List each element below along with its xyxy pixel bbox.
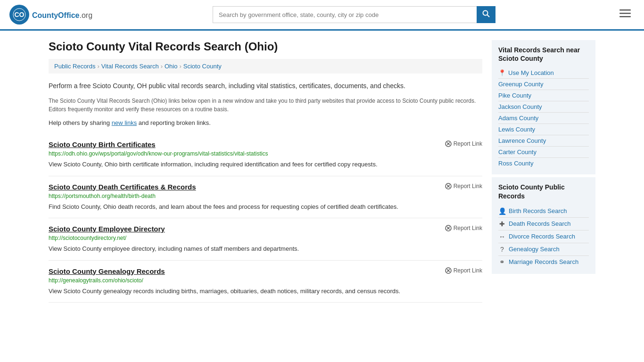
result-header-2: Scioto County Employee Directory Report …: [49, 225, 482, 233]
help-text: Help others by sharing new links and rep…: [49, 119, 482, 126]
ring-icon: ⚭: [498, 258, 506, 266]
search-button[interactable]: [477, 6, 495, 23]
svg-text:CO: CO: [15, 11, 25, 18]
arrows-icon: ↔: [498, 233, 506, 240]
logo-icon: CO: [9, 5, 29, 25]
nearby-link-6[interactable]: Carter County: [498, 147, 589, 158]
use-my-location[interactable]: 📍 Use My Location: [498, 67, 589, 79]
nearby-link-3[interactable]: Adams County: [498, 113, 589, 124]
results-list: Scioto County Birth Certificates Report …: [49, 134, 482, 303]
logo[interactable]: CO CountyOffice.org: [9, 5, 92, 25]
menu-button[interactable]: [616, 6, 635, 24]
page-title: Scioto County Vital Records Search (Ohio…: [49, 40, 482, 53]
public-records-title: Scioto County Public Records: [498, 183, 589, 200]
secondary-description: The Scioto County Vital Records Search (…: [49, 97, 482, 114]
public-record-link-0[interactable]: 👤Birth Records Search: [498, 205, 589, 218]
result-header-3: Scioto County Genealogy Records Report L…: [49, 267, 482, 275]
result-url-2[interactable]: http://sciotocountydirectory.net/: [49, 235, 482, 241]
result-item: Scioto County Genealogy Records Report L…: [49, 261, 482, 303]
new-links[interactable]: new links: [112, 119, 137, 126]
pin-icon: 📍: [498, 69, 506, 76]
result-header-1: Scioto County Death Certificates & Recor…: [49, 183, 482, 191]
svg-rect-6: [619, 16, 631, 17]
nearby-links-container: Greenup CountyPike CountyJackson CountyA…: [498, 79, 589, 169]
breadcrumb-ohio[interactable]: Ohio: [165, 63, 177, 70]
nearby-link-1[interactable]: Pike County: [498, 90, 589, 101]
result-title-0[interactable]: Scioto County Birth Certificates: [49, 140, 156, 148]
breadcrumb-scioto[interactable]: Scioto County: [183, 63, 222, 70]
site-header: CO CountyOffice.org: [0, 0, 644, 31]
logo-text: CountyOffice.org: [32, 9, 92, 20]
breadcrumb-public-records[interactable]: Public Records: [54, 63, 95, 70]
public-record-link-3[interactable]: ?Genealogy Search: [498, 243, 589, 256]
report-link-3[interactable]: Report Link: [445, 267, 482, 274]
question-icon: ?: [498, 246, 506, 253]
search-input[interactable]: [213, 6, 477, 23]
result-desc-2: View Scioto County employee directory, i…: [49, 244, 482, 254]
main-container: Scioto County Vital Records Search (Ohio…: [39, 31, 605, 312]
result-item: Scioto County Birth Certificates Report …: [49, 134, 482, 176]
main-description: Perform a free Scioto County, OH public …: [49, 81, 482, 91]
nearby-link-0[interactable]: Greenup County: [498, 79, 589, 90]
result-desc-1: Find Scioto County, Ohio death records, …: [49, 202, 482, 212]
nearby-title: Vital Records Search near Scioto County: [498, 46, 589, 63]
svg-line-3: [487, 15, 489, 17]
result-title-3[interactable]: Scioto County Genealogy Records: [49, 267, 165, 275]
nearby-section: Vital Records Search near Scioto County …: [492, 40, 595, 174]
nearby-link-5[interactable]: Lawrence County: [498, 135, 589, 147]
public-records-links: 👤Birth Records Search✚Death Records Sear…: [498, 205, 589, 268]
public-record-link-2[interactable]: ↔Divorce Records Search: [498, 230, 589, 243]
breadcrumb: Public Records › Vital Records Search › …: [49, 59, 482, 74]
public-records-section: Scioto County Public Records 👤Birth Reco…: [492, 177, 595, 273]
result-header-0: Scioto County Birth Certificates Report …: [49, 140, 482, 148]
result-url-1[interactable]: https://portsmouthoh.org/health/birth-de…: [49, 193, 482, 199]
result-title-1[interactable]: Scioto County Death Certificates & Recor…: [49, 183, 196, 191]
report-link-0[interactable]: Report Link: [445, 140, 482, 147]
svg-rect-5: [619, 13, 631, 14]
cross-icon: ✚: [498, 220, 506, 228]
person-icon: 👤: [498, 207, 506, 215]
result-item: Scioto County Employee Directory Report …: [49, 218, 482, 261]
report-link-2[interactable]: Report Link: [445, 225, 482, 231]
nearby-link-2[interactable]: Jackson County: [498, 101, 589, 113]
report-icon-2: [445, 225, 452, 231]
result-item: Scioto County Death Certificates & Recor…: [49, 176, 482, 219]
search-bar: [213, 6, 495, 23]
result-url-0[interactable]: https://odh.ohio.gov/wps/portal/gov/odh/…: [49, 150, 482, 157]
result-desc-3: View Scioto County genealogy records inc…: [49, 287, 482, 296]
nearby-link-4[interactable]: Lewis County: [498, 124, 589, 135]
breadcrumb-vital-records[interactable]: Vital Records Search: [101, 63, 159, 70]
report-icon-1: [445, 183, 452, 189]
report-icon-3: [445, 267, 452, 274]
report-icon-0: [445, 140, 452, 147]
public-record-link-1[interactable]: ✚Death Records Search: [498, 218, 589, 230]
public-record-link-4[interactable]: ⚭Marriage Records Search: [498, 256, 589, 268]
sidebar: Vital Records Search near Scioto County …: [492, 40, 595, 303]
svg-rect-4: [619, 9, 631, 11]
result-url-3[interactable]: http://genealogytrails.com/ohio/scioto/: [49, 277, 482, 284]
report-link-1[interactable]: Report Link: [445, 183, 482, 189]
result-desc-0: View Scioto County, Ohio birth certifica…: [49, 160, 482, 169]
content-area: Scioto County Vital Records Search (Ohio…: [49, 40, 482, 303]
nearby-link-7[interactable]: Ross County: [498, 158, 589, 169]
result-title-2[interactable]: Scioto County Employee Directory: [49, 225, 165, 233]
